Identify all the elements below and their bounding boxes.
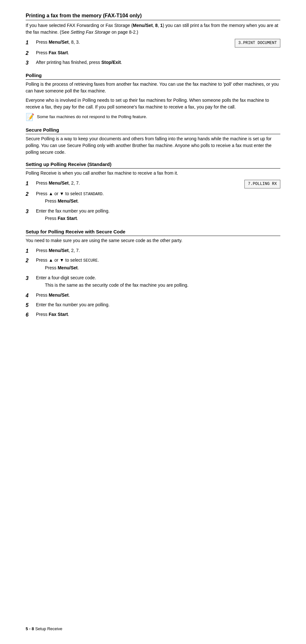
pr-step-2-content: Press ▲ or ▼ to select STANDARD. Press M… — [36, 190, 280, 206]
polling-paragraph-2: Everyone who is involved in Polling need… — [26, 97, 280, 110]
secure-code-paragraph: You need to make sure you are using the … — [26, 237, 280, 244]
pr-step-2-sub-menuset: Menu/Set — [58, 198, 78, 204]
pr-step-3-sub-prefix: Press — [45, 216, 58, 221]
step-1: 1 Press Menu/Set, 8, 3. 3.PRINT DOCUMENT — [26, 39, 280, 48]
sc-step-3-text: Enter a four-digit secure code. — [36, 275, 96, 280]
pr-step-2-to-select: to select — [64, 191, 83, 196]
polling-receive-title: Setting up Polling Receive (Standard) — [26, 161, 280, 169]
sc-step-3-sub: This is the same as the security code of… — [45, 282, 280, 289]
pr-step-2-standard: STANDARD — [83, 192, 103, 196]
step-1-prefix: Press — [36, 39, 49, 45]
step-1-suffix: , 8, 3. — [69, 39, 80, 45]
sc-step-2-or: or — [53, 257, 60, 263]
sc-step-2-sub-menuset: Menu/Set — [58, 265, 78, 270]
secure-code-steps: 1 Press Menu/Set, 2, 7. 2 Press ▲ or ▼ t… — [26, 247, 280, 319]
polling-paragraph-1: Polling is the process of retrieving fax… — [26, 81, 280, 94]
sc-step-4: 4 Press Menu/Set. — [26, 292, 280, 300]
pr-step-2-sub-prefix: Press — [45, 198, 58, 204]
polling-receive-paragraph: Polling Receive is when you call another… — [26, 170, 280, 177]
sc-step-1-content: Press Menu/Set, 2, 7. — [36, 247, 280, 254]
step-1-menuset: Menu/Set — [49, 39, 69, 45]
pr-step-3-sub-faxstart: Fax Start — [58, 216, 77, 221]
sc-step-2-arrow-up: ▲ — [49, 257, 53, 263]
step-num-1: 1 — [26, 39, 35, 47]
pr-step-2-sub: Press Menu/Set. — [45, 198, 280, 205]
sc-step-6-period: . — [68, 312, 69, 317]
step-3-period: . — [121, 60, 122, 65]
secure-code-title: Setup for Polling Receive with Secure Co… — [26, 229, 280, 236]
pr-step-1-suffix: , 2, 7. — [69, 180, 80, 186]
sc-step-2-period: . — [98, 257, 99, 263]
step-num-2: 2 — [26, 49, 35, 57]
sc-step-4-content: Press Menu/Set. — [36, 292, 280, 299]
sc-step-1-prefix: Press — [36, 248, 49, 253]
sc-step-1: 1 Press Menu/Set, 2, 7. — [26, 247, 280, 255]
sc-step-2-sub: Press Menu/Set. — [45, 265, 280, 271]
step-3: 3 After printing has finished, press Sto… — [26, 59, 280, 67]
sc-step-6-faxstart: Fax Start — [49, 312, 68, 317]
sc-step-3: 3 Enter a four-digit secure code. This i… — [26, 274, 280, 290]
sc-step-2-sub-period: . — [78, 265, 79, 270]
footer-page-number: 5 - 8 — [26, 626, 34, 631]
pr-step-2-or: or — [53, 191, 60, 196]
polling-title: Polling — [26, 73, 280, 80]
pr-step-1: 1 Press Menu/Set, 2, 7. 7.POLLING RX — [26, 180, 280, 188]
sc-step-5-text: Enter the fax number you are polling. — [36, 302, 110, 307]
sc-step-num-2: 2 — [26, 257, 35, 265]
sc-step-num-6: 6 — [26, 311, 35, 319]
intro-bold-8: 8 — [155, 23, 158, 28]
sc-step-3-content: Enter a four-digit secure code. This is … — [36, 274, 280, 290]
sc-step-6-prefix: Press — [36, 312, 49, 317]
polling-receive-steps: 1 Press Menu/Set, 2, 7. 7.POLLING RX 2 P… — [26, 180, 280, 223]
sc-step-2-to-select: to select — [64, 257, 83, 263]
pr-step-num-2: 2 — [26, 190, 35, 198]
sc-step-1-suffix: , 2, 7. — [69, 248, 80, 253]
step-num-3: 3 — [26, 59, 35, 67]
sc-step-4-prefix: Press — [36, 292, 49, 298]
page-footer: 5 - 8 Setup Receive — [26, 626, 62, 631]
sc-step-2-arrow-down: ▼ — [60, 257, 64, 263]
sc-step-num-1: 1 — [26, 247, 35, 255]
footer-section-name: Setup Receive — [35, 626, 63, 631]
sc-step-4-menuset: Menu/Set — [49, 292, 69, 298]
secure-polling-title: Secure Polling — [26, 127, 280, 134]
sc-step-2-content: Press ▲ or ▼ to select SECURE. Press Men… — [36, 257, 280, 273]
sc-step-5: 5 Enter the fax number you are polling. — [26, 301, 280, 309]
step-3-content: After printing has finished, press Stop/… — [36, 59, 280, 66]
intro-comma-1: , — [153, 23, 155, 28]
polling-note-box: 📝 Some fax machines do not respond to th… — [26, 114, 280, 121]
pr-step-3-sub-period: . — [77, 216, 78, 221]
pr-step-3-text: Enter the fax number you are polling. — [36, 208, 110, 213]
pr-step-3-content: Enter the fax number you are polling. Pr… — [36, 208, 280, 223]
pr-step-1-menuset: Menu/Set — [49, 180, 69, 186]
intro-text-5: on page 8-2.) — [110, 30, 138, 35]
polling-note-text: Some fax machines do not respond to the … — [37, 114, 147, 120]
secure-polling-paragraph: Secure Polling is a way to keep your doc… — [26, 135, 280, 156]
pr-step-3: 3 Enter the fax number you are polling. … — [26, 208, 280, 223]
sc-step-2-secure: SECURE — [83, 258, 98, 263]
sc-step-num-3: 3 — [26, 274, 35, 282]
pr-step-1-text: Press Menu/Set, 2, 7. — [36, 180, 80, 187]
pr-step-num-1: 1 — [26, 180, 35, 187]
pr-step-1-content: Press Menu/Set, 2, 7. 7.POLLING RX — [36, 180, 280, 188]
sc-step-5-content: Enter the fax number you are polling. — [36, 301, 280, 308]
sc-step-2-prefix: Press — [36, 257, 49, 263]
step-1-text: Press Menu/Set, 8, 3. — [36, 39, 80, 46]
pr-step-2-arrow-down: ▼ — [60, 191, 64, 196]
step-2-content: Press Fax Start. — [36, 49, 280, 56]
sc-step-6: 6 Press Fax Start. — [26, 311, 280, 319]
sc-step-4-period: . — [69, 292, 70, 298]
pr-step-2: 2 Press ▲ or ▼ to select STANDARD. Press… — [26, 190, 280, 206]
sc-step-6-content: Press Fax Start. — [36, 311, 280, 318]
step-1-content: Press Menu/Set, 8, 3. 3.PRINT DOCUMENT — [36, 39, 280, 48]
pr-step-3-sub: Press Fax Start. — [45, 215, 280, 222]
sc-step-2-sub-prefix: Press — [45, 265, 58, 270]
pr-step-1-prefix: Press — [36, 180, 49, 186]
sc-step-3-sub-text: This is the same as the security code of… — [45, 283, 188, 288]
note-icon: 📝 — [26, 113, 34, 121]
pr-step-1-lcd: 7.POLLING RX — [244, 180, 280, 188]
pr-step-2-period: . — [103, 191, 104, 196]
step-3-prefix: After printing has finished, press — [36, 60, 101, 65]
sc-step-num-5: 5 — [26, 301, 35, 309]
pr-step-2-sub-period: . — [78, 198, 79, 204]
